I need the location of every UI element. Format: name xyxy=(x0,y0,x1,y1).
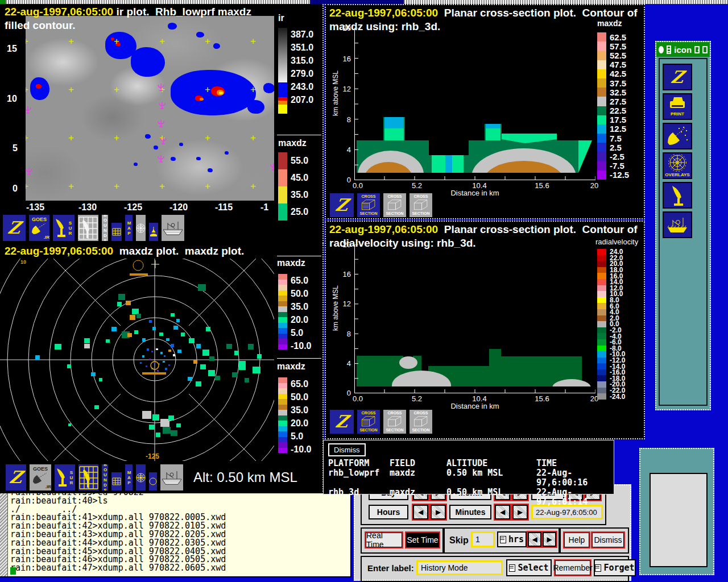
skip-field[interactable]: 1 xyxy=(471,531,495,547)
cross-label: CROSS xyxy=(362,194,376,199)
ir-xtick: -125 xyxy=(124,202,142,213)
small-grid-button[interactable] xyxy=(110,222,123,242)
skip-units-menu[interactable]: hrs xyxy=(497,531,527,547)
help-button[interactable]: Help xyxy=(564,533,589,547)
satellite-button[interactable] xyxy=(663,123,692,149)
range-rings-button[interactable] xyxy=(135,463,147,492)
cross-section-maxdz-window: 22-aug-1997,06:05:00 Planar cross-sectio… xyxy=(325,4,645,219)
goes-label: GOES xyxy=(33,466,48,472)
compass-wheel-icon xyxy=(667,154,688,172)
xs1-colorbar: 62.557.552.547.542.537.532.527.522.517.5… xyxy=(597,32,629,180)
colorbar-separator xyxy=(277,135,321,135)
range-rings-button[interactable] xyxy=(135,214,147,242)
dismiss-button[interactable]: Dismiss xyxy=(592,533,624,547)
remember-button[interactable]: Remember xyxy=(555,560,590,575)
skip-back-button[interactable]: ◀ xyxy=(528,532,541,547)
overlays-label: OVERLAYS xyxy=(665,172,689,177)
cross-section-button[interactable]: CROSS SECTION xyxy=(382,409,407,435)
grid-display-button[interactable] xyxy=(77,214,100,242)
xs1-ytick: 12 xyxy=(337,85,351,93)
left-arrow-icon: ◀ xyxy=(532,535,537,543)
zeb-main-button[interactable]: Z xyxy=(663,64,692,90)
cross-section-button[interactable]: CROSS SECTION xyxy=(408,409,433,435)
radar-button[interactable] xyxy=(663,182,692,209)
terminal-scrollbar[interactable] xyxy=(0,493,8,576)
iconify-button[interactable] xyxy=(694,46,700,53)
table-cell: 22-Aug-97,6:01:14 xyxy=(536,488,610,507)
radar-antenna-icon xyxy=(56,466,68,489)
range-rings-icon xyxy=(136,473,146,483)
ship-platform-button[interactable] xyxy=(663,211,692,238)
maximize-button[interactable] xyxy=(702,46,708,53)
bounds-button[interactable]: BOUNDS xyxy=(101,214,109,242)
zeb-menu-button[interactable]: Z xyxy=(2,214,27,242)
menu-icon xyxy=(500,536,506,543)
goes-ir-button[interactable]: GOES .IR xyxy=(28,214,51,242)
wm-strip-green xyxy=(0,0,6,4)
skip-forward-button[interactable]: ▶ xyxy=(543,532,556,547)
map-button[interactable]: MAP xyxy=(124,463,134,492)
ppi-plot xyxy=(0,259,274,461)
set-time-button[interactable]: Set Time xyxy=(406,533,439,547)
drifter-marker-icon xyxy=(26,167,32,175)
small-grid-button[interactable] xyxy=(110,471,123,492)
xs1-ytick: 4 xyxy=(337,146,351,154)
xs2-ytick: 16 xyxy=(337,270,351,278)
surveillance-button[interactable]: SUR xyxy=(53,463,76,492)
ppi-colorbar1: 65.050.035.020.05.0-10.0 xyxy=(278,274,311,352)
zeb-z-icon: Z xyxy=(7,219,22,236)
real-time-button[interactable]: Real Time xyxy=(366,533,402,547)
status-dismiss-button[interactable]: Dismiss xyxy=(328,443,366,456)
platform-markers xyxy=(26,16,274,201)
select-menu-button[interactable]: Select xyxy=(506,559,552,576)
goes-ir-button[interactable]: GOES .IR xyxy=(28,463,52,492)
circle-button[interactable] xyxy=(148,471,158,492)
zeb-menu-button[interactable]: Z xyxy=(329,192,355,218)
print-button[interactable]: PRINT xyxy=(663,93,692,120)
zeb-z-icon: Z xyxy=(334,197,349,214)
menu-icon xyxy=(595,564,601,572)
surveillance-button[interactable]: SUR xyxy=(52,214,76,242)
left-arrow-icon: ◀ xyxy=(500,508,505,516)
cross-section-button[interactable]: CROSS SECTION xyxy=(408,192,433,218)
buoy-icon xyxy=(150,227,158,237)
table-cell: maxdz xyxy=(390,468,446,488)
section-label: SECTION xyxy=(412,211,429,216)
terminal-window[interactable]: rain:beaufait:39>cd 970822 rain:beaufait… xyxy=(0,492,351,577)
table-cell: rhb_lowprf xyxy=(328,468,390,488)
ir-ytick: 15 xyxy=(7,44,17,54)
xs1-ylabel: km above MSL xyxy=(332,70,340,116)
ir-label: .IR xyxy=(44,235,49,240)
map-button[interactable]: MAP xyxy=(124,214,134,242)
zeb-menu-button[interactable]: Z xyxy=(5,463,27,492)
remember-label: Remember xyxy=(553,563,592,572)
right-arrow-icon: ▶ xyxy=(547,535,552,543)
cross-section-button-active[interactable]: CROSS SECTION xyxy=(356,192,381,218)
window-menu-icon[interactable] xyxy=(659,46,664,53)
buoy-button[interactable] xyxy=(148,222,159,242)
bounds-button[interactable]: BOUNDS xyxy=(101,463,109,492)
ship-icon xyxy=(162,219,184,236)
ship-button[interactable] xyxy=(160,214,185,242)
cross-section-button-active[interactable]: CROSS SECTION xyxy=(356,409,381,435)
grid-display-button[interactable] xyxy=(77,463,100,492)
platform-status-window: Dismiss PLATFORMFIELDALTITUDETIMErhb_low… xyxy=(323,440,614,494)
zeb-menu-button[interactable]: Z xyxy=(329,409,355,435)
cross-section-button[interactable]: CROSS SECTION xyxy=(382,192,407,218)
maxdz-colorbar: 55.045.035.025.0 xyxy=(278,152,308,221)
platform-table: PLATFORMFIELDALTITUDETIMErhb_lowprfmaxdz… xyxy=(328,459,610,507)
label-field[interactable]: History Mode xyxy=(416,560,503,575)
ppi-title: 22-aug-1997,06:05:00 maxdz plot. maxdz p… xyxy=(5,244,244,258)
cross-label: CROSS xyxy=(388,411,402,415)
forget-menu-button[interactable]: Forget xyxy=(594,559,636,576)
icon-window-title: icon xyxy=(674,45,692,55)
table-cell: 0.50 km MSL xyxy=(446,468,536,488)
select-label: Select xyxy=(518,563,548,573)
radar-antenna-icon xyxy=(670,185,685,206)
overlays-button[interactable]: OVERLAYS xyxy=(663,152,692,179)
enter-label-caption: Enter label: xyxy=(367,563,414,573)
document-icon[interactable] xyxy=(667,45,672,54)
ir-xtick: -130 xyxy=(78,202,97,213)
table-cell: maxdz xyxy=(390,488,446,507)
ship-button[interactable] xyxy=(159,463,184,492)
